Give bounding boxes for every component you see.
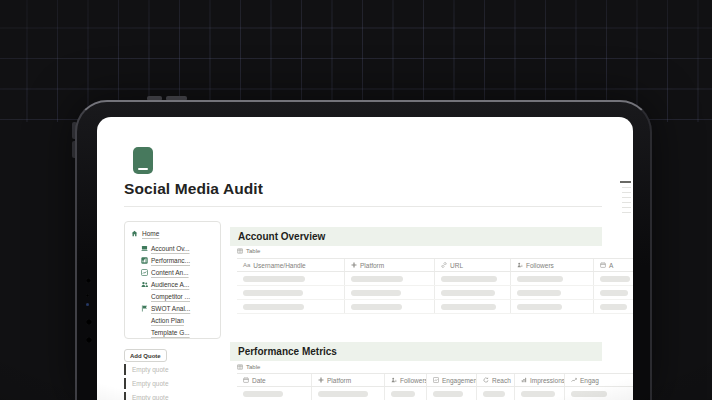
- placeholder-bar: [517, 290, 561, 296]
- placeholder-bar: [441, 290, 495, 296]
- calendar-property-icon: [600, 262, 606, 268]
- tablet-frame: Social Media Audit Home Account: [75, 100, 652, 400]
- select-property-icon: [318, 377, 324, 383]
- bar-chart-icon: [141, 257, 148, 264]
- column-header-impressions[interactable]: Impressions: [514, 374, 564, 386]
- table-header-row: Date Platform Followers Engagements: [237, 373, 633, 387]
- column-header-audit-date[interactable]: A: [593, 259, 633, 271]
- person-property-icon: [391, 377, 397, 383]
- performance-metrics-table: Date Platform Followers Engagements: [237, 373, 633, 400]
- sidebar-item-label: SWOT Anal...: [151, 305, 190, 312]
- sidebar-item-label: Home: [142, 230, 159, 237]
- toc-line: [622, 202, 631, 204]
- placeholder-bar: [391, 391, 415, 397]
- chart-property-icon: [433, 377, 439, 383]
- sidebar-item-content[interactable]: Content An...: [131, 266, 215, 278]
- table-row: [237, 286, 633, 300]
- table-icon: [237, 364, 243, 370]
- sidebar-item-label: Competitor ...: [151, 293, 190, 300]
- table-view-label: Table: [246, 248, 260, 254]
- table-icon: [237, 248, 243, 254]
- sidebar-item-performance[interactable]: Performanc...: [131, 254, 215, 266]
- placeholder-bar: [517, 304, 562, 310]
- toc-line: [622, 192, 631, 194]
- sidebar-item-swot[interactable]: SWOT Anal...: [131, 302, 215, 314]
- trend-property-icon: [571, 377, 577, 383]
- no-icon: [141, 293, 148, 300]
- placeholder-bar: [571, 391, 607, 397]
- flag-icon: [141, 305, 148, 312]
- column-header-platform[interactable]: Platform: [344, 259, 434, 271]
- select-property-icon: [351, 262, 357, 268]
- account-overview-table: Aa Username/Handle Platform URL Follower…: [237, 258, 633, 314]
- table-view-label: Table: [246, 364, 260, 370]
- home-icon: [131, 230, 138, 237]
- page-icon: [133, 147, 153, 174]
- nav-card: Home Account Ov... Performanc... Content…: [124, 221, 221, 339]
- sidebar-item-label: Action Plan: [151, 317, 184, 324]
- placeholder-bar: [600, 276, 630, 282]
- divider: [124, 206, 602, 207]
- no-icon: [141, 317, 148, 324]
- placeholder-bar: [433, 391, 463, 397]
- person-property-icon: [517, 262, 523, 268]
- placeholder-bar: [521, 391, 555, 397]
- placeholder-bar: [351, 290, 401, 296]
- column-header-url[interactable]: URL: [434, 259, 510, 271]
- people-icon: [141, 281, 148, 288]
- placeholder-bar: [517, 276, 563, 282]
- sidebar-item-action-plan[interactable]: Action Plan: [131, 314, 215, 326]
- column-header-date[interactable]: Date: [237, 374, 311, 386]
- sidebar-item-label: Performanc...: [151, 257, 190, 264]
- column-header-platform[interactable]: Platform: [311, 374, 384, 386]
- mockup-scene: Social Media Audit Home Account: [0, 0, 712, 400]
- page-icon-mark: [138, 168, 148, 171]
- column-header-username[interactable]: Aa Username/Handle: [237, 259, 344, 271]
- placeholder-bar: [243, 304, 304, 310]
- camera-dot: [86, 278, 91, 283]
- placeholder-bar: [243, 391, 283, 397]
- section-heading-performance-metrics: Performance Metrics: [230, 342, 602, 361]
- sidebar-item-label: Template G...: [151, 329, 190, 336]
- placeholder-bar: [351, 276, 403, 282]
- placeholder-bar: [441, 304, 496, 310]
- sidebar-item-competitor[interactable]: Competitor ...: [131, 290, 215, 302]
- toc-line: [622, 187, 631, 189]
- placeholder-bar: [483, 391, 505, 397]
- placeholder-bar: [600, 290, 628, 296]
- monitor-icon: [141, 245, 148, 252]
- empty-quote-block[interactable]: Empty quote: [124, 364, 216, 375]
- column-header-followers[interactable]: Followers: [510, 259, 593, 271]
- column-header-engagement-rate[interactable]: Engag: [564, 374, 633, 386]
- sidebar-item-template-guide[interactable]: Template G...: [131, 326, 215, 338]
- camera-dot: [86, 337, 92, 343]
- column-header-reach[interactable]: Reach: [476, 374, 514, 386]
- placeholder-bar: [243, 290, 303, 296]
- sidebar-item-audience[interactable]: Audience A...: [131, 278, 215, 290]
- empty-quote-block[interactable]: Empty quote: [124, 392, 216, 400]
- placeholder-bar: [351, 304, 402, 310]
- table-view-tab[interactable]: Table: [237, 248, 260, 254]
- sidebar-item-home[interactable]: Home: [131, 227, 215, 239]
- table-row: [237, 272, 633, 286]
- add-quote-button[interactable]: Add Quote: [124, 349, 167, 362]
- column-header-followers[interactable]: Followers: [384, 374, 426, 386]
- table-row: [237, 300, 633, 314]
- toc-line: [622, 197, 631, 199]
- placeholder-bar: [318, 391, 368, 397]
- link-property-icon: [441, 262, 447, 268]
- section-heading-account-overview: Account Overview: [230, 227, 602, 246]
- sidebar-item-account-overview[interactable]: Account Ov...: [131, 242, 215, 254]
- column-header-engagements[interactable]: Engagements: [426, 374, 476, 386]
- empty-quote-block[interactable]: Empty quote: [124, 378, 216, 389]
- toc-line: [622, 207, 631, 209]
- camera-dot: [86, 294, 89, 297]
- placeholder-bar: [243, 276, 305, 282]
- toc-line: [622, 212, 631, 214]
- sidebar-item-label: Account Ov...: [151, 245, 190, 252]
- table-of-contents-indicator[interactable]: [619, 181, 631, 217]
- camera-dot: [86, 303, 89, 306]
- toc-line: [620, 181, 631, 183]
- no-icon: [141, 329, 148, 336]
- table-view-tab[interactable]: Table: [237, 364, 260, 370]
